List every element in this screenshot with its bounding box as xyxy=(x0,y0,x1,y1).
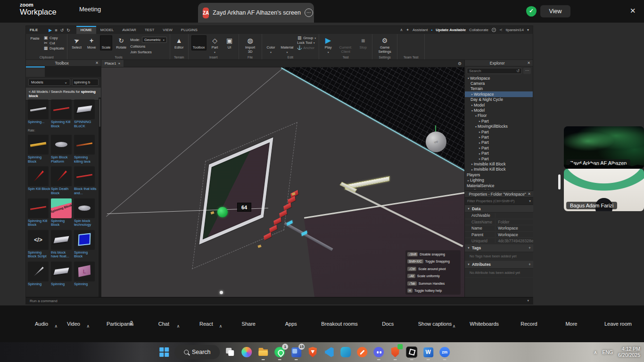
tree-row[interactable]: Day & Night Cycle xyxy=(465,97,533,102)
expand-arrow-icon[interactable]: ▸ xyxy=(478,130,481,133)
expand-arrow-icon[interactable]: ▸ xyxy=(478,141,481,144)
tree-row[interactable]: ▾Model xyxy=(465,107,533,113)
tab-creations[interactable] xyxy=(82,66,101,77)
property-row[interactable]: Parent Workspace xyxy=(465,232,533,239)
command-bar[interactable]: Run a command ▾ xyxy=(26,297,533,304)
tree-row[interactable]: ▸Part xyxy=(465,156,533,161)
property-row[interactable]: ClassName Folder xyxy=(465,219,533,226)
tree-row[interactable]: Camera xyxy=(465,81,533,86)
tree-row[interactable]: ▸Part xyxy=(465,118,533,123)
paste-button[interactable]: Paste xyxy=(29,35,41,41)
material-button[interactable]: Material▾ xyxy=(280,35,295,55)
ribbon-collapse-icon[interactable]: ∧ xyxy=(400,28,403,32)
username[interactable]: tipansini14 xyxy=(506,28,524,32)
quick-stop-icon[interactable]: ■ xyxy=(55,28,57,33)
cut-button[interactable]: ✂Cut xyxy=(43,41,64,45)
expand-arrow-icon[interactable]: ▸ xyxy=(471,162,474,165)
toolbar-button[interactable]: ∧Chat xyxy=(151,321,176,327)
tree-row[interactable]: ▸Part xyxy=(465,150,533,156)
toolbox-button[interactable]: Toolbox xyxy=(191,35,206,50)
task-view[interactable] xyxy=(224,345,236,359)
section-data[interactable]: ▼Data xyxy=(465,205,533,213)
expand-arrow-icon[interactable]: ▾ xyxy=(474,114,478,117)
current-client-button[interactable]: Current: Client xyxy=(337,35,355,55)
ui-button[interactable]: ▣UI xyxy=(223,35,236,50)
leave-room-button[interactable]: Leave room xyxy=(604,321,632,327)
chevron-up-icon[interactable]: ∧ xyxy=(453,324,456,329)
toolbox-item[interactable]: Spin block technology xyxy=(74,198,97,227)
select-tool[interactable]: ➤Select xyxy=(70,35,83,50)
toolbox-search-input[interactable]: spinning b xyxy=(72,79,99,86)
chevron-up-icon[interactable]: ∧ xyxy=(219,324,223,329)
expand-arrow-icon[interactable]: ▾ xyxy=(474,125,478,128)
3d-scene[interactable]: top xyxy=(101,67,464,297)
tree-row[interactable]: ▸Model xyxy=(465,102,533,107)
play-button[interactable]: ▶Play▾ xyxy=(322,35,334,55)
group-button[interactable]: ▥Group▾ xyxy=(297,35,316,40)
toolbar-button[interactable]: Record xyxy=(517,321,541,327)
tree-row[interactable]: ▸Lighting xyxy=(465,177,533,182)
file-explorer[interactable] xyxy=(257,345,269,359)
brave[interactable] xyxy=(306,345,319,359)
toolbar-button[interactable]: ∧Audio xyxy=(29,321,54,327)
toolbar-button[interactable]: 2Participants xyxy=(107,321,133,327)
expand-arrow-icon[interactable]: ▸ xyxy=(471,103,474,107)
tree-row[interactable]: ▸Part xyxy=(465,145,533,150)
rotate-tool[interactable]: ↻Rotate xyxy=(115,35,128,50)
game-settings-button[interactable]: ⚙Game Settings xyxy=(375,35,394,55)
copilot[interactable] xyxy=(240,345,253,359)
ribbon-tab[interactable]: MODEL xyxy=(96,26,118,34)
tree-row[interactable]: ▸Part xyxy=(465,134,533,140)
expand-arrow-icon[interactable]: ▾ xyxy=(467,76,470,80)
roblox-studio[interactable] xyxy=(405,345,418,359)
ribbon-tab[interactable]: TEST xyxy=(140,26,158,34)
video-tile-zayd[interactable]: Zayd Arkhan AF Alhazen xyxy=(564,126,644,169)
update-available-button[interactable]: Update Available xyxy=(436,28,466,32)
toolbox-item[interactable]: L Spinning xyxy=(74,262,97,290)
chevron-up-icon[interactable]: ∧ xyxy=(177,324,180,329)
video-tile-bagus[interactable]: Bagus Adam Farizi xyxy=(564,169,644,211)
expand-arrow-icon[interactable]: ▸ xyxy=(478,135,481,139)
toolbox-item[interactable]: Spinning Block Spinning Block xyxy=(51,198,74,227)
start-button[interactable] xyxy=(158,345,170,359)
history-icon[interactable]: ↺ xyxy=(516,69,520,73)
stop-button[interactable]: ■Stop xyxy=(357,35,369,50)
pen-app[interactable] xyxy=(356,345,368,359)
security-shield-icon[interactable]: ✓ xyxy=(526,6,537,16)
toolbox-item[interactable]: this block have float... xyxy=(51,230,74,259)
tab-marketplace[interactable] xyxy=(26,66,45,77)
toolbox-item[interactable]: Spinning Kill Block xyxy=(51,99,74,132)
assistant-button[interactable]: Assistant xyxy=(413,28,428,32)
toolbar-button[interactable]: Apps xyxy=(279,321,303,327)
lock-tool-button[interactable]: Lock Tool▾ xyxy=(297,41,316,45)
close-icon[interactable]: ✕ xyxy=(527,61,530,65)
explorer-more-button[interactable]: ⋯ xyxy=(523,68,531,74)
share-icon[interactable]: ≺ xyxy=(499,28,503,32)
brave-alt[interactable] xyxy=(389,345,401,359)
toolbox-item[interactable]: Spinning xyxy=(28,262,50,290)
toolbox-item[interactable]: Spin Kill Block xyxy=(28,166,50,195)
toolbox-item[interactable]: Spinning xyxy=(51,262,74,290)
collisions-option[interactable]: Collisions xyxy=(130,44,166,49)
section-collapse-icon[interactable]: ▼ xyxy=(467,247,470,249)
mode-select[interactable]: Geometric▾ xyxy=(142,37,167,43)
import-3d-button[interactable]: ◍Import 3D xyxy=(242,35,259,55)
search[interactable]: Search xyxy=(174,345,220,359)
join-surfaces-option[interactable]: Join Surfaces xyxy=(130,50,166,54)
section-attributes[interactable]: ▼Attributes+ xyxy=(465,261,533,269)
tree-row[interactable]: ▾Workspace xyxy=(465,75,533,81)
undo-icon[interactable]: ↺ xyxy=(60,28,64,33)
move-tool[interactable]: +Move xyxy=(85,35,98,50)
copy-button[interactable]: ▣Copy xyxy=(43,35,64,40)
add-tag-icon[interactable]: + xyxy=(528,246,531,250)
view-orb[interactable]: top xyxy=(426,132,446,152)
tree-row[interactable]: Players xyxy=(465,172,533,177)
expand-arrow-icon[interactable]: ▸ xyxy=(471,92,474,96)
toolbox-item[interactable]: Spinning... Rate: xyxy=(28,99,50,132)
scale-handle[interactable] xyxy=(217,207,228,217)
ribbon-tab[interactable]: AVATAR xyxy=(118,26,140,34)
tab-recent[interactable] xyxy=(64,66,83,77)
help-icon[interactable]: ? xyxy=(492,28,496,32)
tray-chevron-icon[interactable]: ∧ xyxy=(594,350,597,355)
tab-shared-screen[interactable]: ZA Zayd Arkhan AF Alhazen's screen ⋯ xyxy=(198,3,314,23)
